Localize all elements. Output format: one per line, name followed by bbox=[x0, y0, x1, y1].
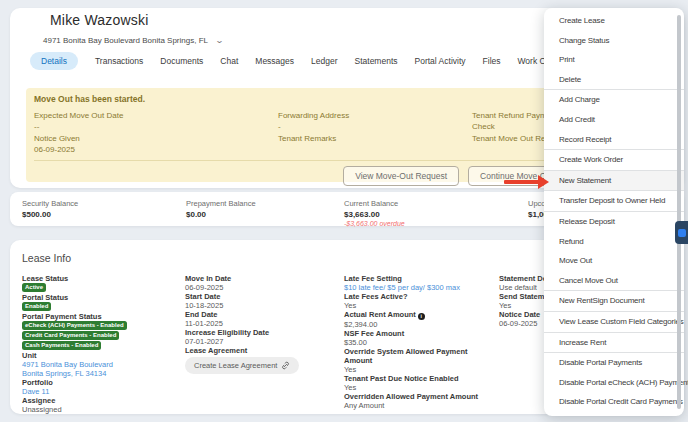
menu-item-print[interactable]: Print bbox=[544, 50, 684, 70]
rent-label: Actual Rent Amount bbox=[344, 310, 416, 319]
widget-icon bbox=[678, 229, 686, 237]
field-value: 11-01-2025 bbox=[185, 319, 335, 328]
banner-field: Forwarding Address - bbox=[278, 111, 472, 131]
portfolio-link[interactable]: Dave 11 bbox=[22, 387, 172, 396]
field-value: $2,394.00 bbox=[344, 320, 494, 329]
prepayment-balance: Prepayment Balance $0.00 bbox=[186, 199, 256, 219]
menu-item-add-charge[interactable]: Add Charge bbox=[544, 90, 684, 110]
field-label: Portfolio bbox=[22, 378, 172, 387]
menu-item-increase-rent[interactable]: Increase Rent bbox=[544, 333, 684, 353]
field-label: End Date bbox=[185, 310, 335, 319]
tenant-name: Mike Wazowski bbox=[50, 12, 149, 28]
field-value: Yes bbox=[344, 301, 494, 310]
field-label: Tenant Remarks bbox=[278, 134, 472, 143]
field-label: Actual Rent Amounti bbox=[344, 310, 494, 320]
field-label: Override System Allowed Payment Amount bbox=[344, 347, 494, 365]
menu-item-create-work-order[interactable]: Create Work Order bbox=[544, 150, 684, 170]
tab-portal-activity[interactable]: Portal Activity bbox=[415, 52, 466, 70]
assignee-value: Unassigned bbox=[22, 405, 172, 414]
field-label: Notice Given bbox=[34, 134, 278, 143]
menu-item-transfer-deposit-to-owner-held[interactable]: Transfer Deposit to Owner Held bbox=[544, 191, 684, 211]
menu-item-create-lease[interactable]: Create Lease bbox=[544, 11, 684, 31]
menu-scrollbar[interactable] bbox=[677, 15, 681, 409]
floating-widget-button[interactable] bbox=[675, 221, 688, 244]
tab-documents[interactable]: Documents bbox=[160, 52, 203, 70]
create-lease-agreement-button[interactable]: Create Lease Agreement bbox=[185, 357, 299, 374]
tab-bar: DetailsTransactionsDocumentsChatMessages… bbox=[30, 52, 566, 70]
field-value: 07-01-2027 bbox=[185, 337, 335, 346]
info-icon[interactable]: i bbox=[418, 313, 425, 320]
field-label: Lease Agreement bbox=[185, 346, 335, 355]
balance-label: Security Balance bbox=[22, 199, 78, 208]
tab-messages[interactable]: Messages bbox=[255, 52, 294, 70]
tab-statements[interactable]: Statements bbox=[355, 52, 398, 70]
field-label: Assignee bbox=[22, 396, 172, 405]
field-value: $35.00 bbox=[344, 338, 494, 347]
pointer-arrow-icon bbox=[504, 175, 549, 189]
lease-info-col2: Move In Date 06-09-2025 Start Date 10-18… bbox=[185, 274, 335, 374]
field-label: Move In Date bbox=[185, 274, 335, 283]
menu-item-new-rentsign-document[interactable]: New RentSign Document bbox=[544, 291, 684, 311]
menu-item-record-receipt[interactable]: Record Receipt bbox=[544, 130, 684, 150]
field-label: Late Fee Setting bbox=[344, 274, 494, 283]
unit-link[interactable]: Bonita Springs, FL 34134 bbox=[22, 369, 172, 378]
balance-value: $3,663.00 bbox=[344, 210, 405, 219]
field-label: Start Date bbox=[185, 292, 335, 301]
arrow-head bbox=[538, 175, 549, 189]
banner-field: Expected Move Out Date -- bbox=[34, 111, 278, 131]
field-label: Lease Status bbox=[22, 274, 172, 283]
menu-item-add-credit[interactable]: Add Credit bbox=[544, 110, 684, 130]
menu-item-move-out[interactable]: Move Out bbox=[544, 251, 684, 271]
field-value: Yes bbox=[344, 383, 494, 392]
menu-item-cancel-move-out[interactable]: Cancel Move Out bbox=[544, 271, 684, 291]
field-value: -- bbox=[34, 122, 278, 131]
field-value: - bbox=[278, 122, 472, 131]
status-badge: eCheck (ACH) Payments - Enabled bbox=[22, 321, 127, 330]
menu-item-change-status[interactable]: Change Status bbox=[544, 31, 684, 51]
balance-label: Prepayment Balance bbox=[186, 199, 256, 208]
field-label: Expected Move Out Date bbox=[34, 111, 278, 120]
menu-item-disable-portal-echeck-ach-payments[interactable]: Disable Portal eCheck (ACH) Payments bbox=[544, 373, 684, 393]
late-fee-setting-link[interactable]: $10 late fee/ $5 per day/ $300 max bbox=[344, 283, 494, 292]
field-value: Yes bbox=[344, 365, 494, 374]
view-moveout-request-button[interactable]: View Move-Out Request bbox=[343, 166, 459, 186]
field-value bbox=[278, 145, 472, 154]
link-icon bbox=[281, 361, 290, 370]
field-value: Any Amount bbox=[344, 401, 494, 410]
status-badge: Credit Card Payments - Enabled bbox=[22, 331, 119, 340]
field-label: Increase Eligibility Date bbox=[185, 328, 335, 337]
tab-details[interactable]: Details bbox=[30, 52, 78, 70]
tenant-address-selector[interactable]: 4971 Bonita Bay Boulevard Bonita Springs… bbox=[43, 36, 223, 45]
unit-link[interactable]: 4971 Bonita Bay Boulevard bbox=[22, 360, 172, 369]
current-balance: Current Balance $3,663.00 -$3,663.00 ove… bbox=[344, 199, 405, 227]
tab-ledger[interactable]: Ledger bbox=[311, 52, 337, 70]
field-label: Tenant Past Due Notice Enabled bbox=[344, 374, 494, 383]
security-balance: Security Balance $500.00 bbox=[22, 199, 78, 219]
menu-item-refund[interactable]: Refund bbox=[544, 232, 684, 252]
status-badge: Cash Payments - Enabled bbox=[22, 341, 101, 350]
menu-item-new-statement[interactable]: New Statement bbox=[544, 171, 684, 191]
menu-item-release-deposit[interactable]: Release Deposit bbox=[544, 212, 684, 232]
lease-info-col1: Lease Status Active Portal Status Enable… bbox=[22, 274, 172, 414]
field-label: NSF Fee Amount bbox=[344, 329, 494, 338]
status-badge: Active bbox=[22, 283, 46, 292]
balance-value: $500.00 bbox=[22, 210, 78, 219]
button-label: Create Lease Agreement bbox=[194, 361, 277, 370]
menu-item-disable-portal-credit-card-payments[interactable]: Disable Portal Credit Card Payments bbox=[544, 392, 684, 412]
field-value: 06-09-2025 bbox=[185, 283, 335, 292]
actions-menu: Create LeaseChange StatusPrintDeleteAdd … bbox=[544, 8, 684, 416]
banner-field: Notice Given 06-09-2025 bbox=[34, 134, 278, 154]
field-label: Portal Status bbox=[22, 293, 172, 302]
actions-menu-items: Create LeaseChange StatusPrintDeleteAdd … bbox=[544, 11, 684, 412]
tab-transactions[interactable]: Transactions bbox=[95, 52, 143, 70]
menu-item-disable-portal-payments[interactable]: Disable Portal Payments bbox=[544, 353, 684, 373]
field-label: Overridden Allowed Payment Amount bbox=[344, 392, 494, 401]
menu-item-delete[interactable]: Delete bbox=[544, 70, 684, 90]
tenant-address: 4971 Bonita Bay Boulevard Bonita Springs… bbox=[43, 36, 208, 45]
tab-chat[interactable]: Chat bbox=[220, 52, 238, 70]
tab-files[interactable]: Files bbox=[483, 52, 501, 70]
chevron-down-icon: ⌄ bbox=[215, 36, 224, 45]
field-label: Forwarding Address bbox=[278, 111, 472, 120]
menu-item-view-lease-custom-field-categories[interactable]: View Lease Custom Field Categories bbox=[544, 312, 684, 332]
portal-payment-badges: eCheck (ACH) Payments - EnabledCredit Ca… bbox=[22, 321, 172, 350]
